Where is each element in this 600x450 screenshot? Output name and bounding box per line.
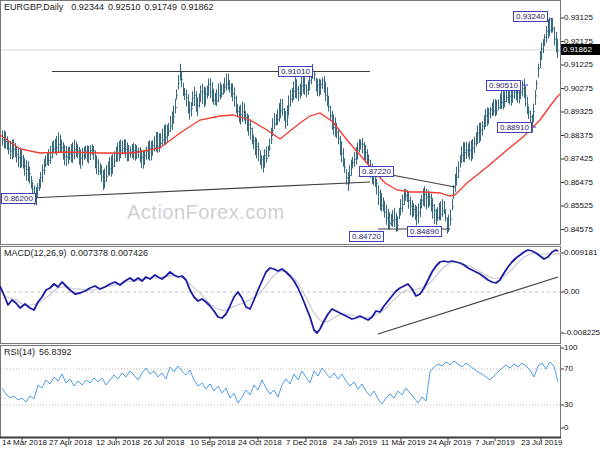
y-axis-label: 0.86475	[564, 178, 593, 188]
macd-indicator-label: MACD(12,26,9)0.007378 0.007426	[4, 248, 152, 258]
macd-name: MACD(12,26,9)	[4, 248, 67, 258]
y-axis-label: 0.00	[564, 287, 580, 297]
support-line[interactable]	[30, 182, 370, 198]
x-axis-label: 12 Jun 2018	[96, 438, 140, 447]
x-axis-label: 7 Jun 2019	[475, 438, 515, 447]
y-axis-label: 0.93125	[564, 13, 593, 23]
rsi-value: 56.8392	[39, 347, 72, 357]
x-axis-label: 24 Jan 2019	[333, 438, 377, 447]
y-axis-label: 100	[564, 343, 577, 353]
high-value: 0.92510	[108, 2, 141, 12]
y-axis-label: 30	[564, 400, 573, 410]
candlestick-close-ticks	[3, 29, 559, 228]
x-axis-label: 24 Oct 2018	[238, 438, 282, 447]
price-annotation[interactable]: 0.90510	[486, 80, 521, 91]
open-value: 0.92344	[71, 2, 104, 12]
rsi-indicator-label: RSI(14)56.8392	[4, 347, 76, 357]
y-axis-label: 0.009181	[564, 248, 597, 258]
rsi-line	[2, 361, 558, 404]
x-axis-label: 10 Sep 2018	[190, 438, 235, 447]
x-axis-label: 24 Apr 2019	[428, 438, 471, 447]
y-axis-label: 70	[564, 364, 573, 374]
rsi-panel-border	[1, 346, 561, 438]
macd-signal-line	[5, 253, 560, 322]
y-axis-label: 0.87425	[564, 154, 593, 164]
price-annotation[interactable]: 0.88910	[497, 122, 532, 133]
low-value: 0.91749	[144, 2, 177, 12]
y-axis-label: 0.91225	[564, 60, 593, 70]
price-panel-border	[1, 1, 561, 245]
x-axis-label: 11 Mar 2019	[381, 438, 425, 447]
symbol-period-label: EURGBP,Daily	[4, 2, 63, 12]
current-price-tag: 0.91862	[561, 44, 600, 55]
x-axis-label: 23 Jul 2019	[521, 438, 562, 447]
y-axis-label: 0.85525	[564, 201, 593, 211]
price-annotation[interactable]: 0.91010	[278, 66, 313, 77]
price-annotation[interactable]: 0.84720	[349, 231, 384, 242]
y-axis-label: 0.89325	[564, 107, 593, 117]
price-annotation[interactable]: 0.84890	[407, 226, 442, 237]
macd-panel-border	[1, 247, 561, 344]
y-axis-label: -0.008225	[564, 328, 600, 338]
x-axis-label: 27 Apr 2018	[49, 438, 92, 447]
close-value: 0.91862	[181, 2, 214, 12]
trading-chart-window: ActionForex.com EURGBP,Daily0.923440.925…	[0, 0, 600, 450]
macd-values: 0.007378 0.007426	[71, 248, 149, 258]
y-axis-label: 0.90275	[564, 84, 593, 94]
price-annotation[interactable]: 0.86200	[1, 193, 36, 204]
rsi-name: RSI(14)	[4, 347, 35, 357]
y-axis-label: 0.84575	[564, 225, 593, 235]
y-axis-label: 0.88375	[564, 131, 593, 141]
price-annotation[interactable]: 0.87220	[359, 166, 394, 177]
price-annotation[interactable]: 0.93240	[513, 11, 548, 22]
y-axis-label: 0	[564, 423, 568, 433]
x-axis-label: 7 Dec 2018	[286, 438, 327, 447]
x-axis-label: 26 Jul 2018	[143, 438, 184, 447]
x-axis-label: 14 Mar 2018	[2, 438, 47, 447]
symbol-ohlc-header: EURGBP,Daily0.923440.925100.917490.91862	[4, 2, 218, 12]
